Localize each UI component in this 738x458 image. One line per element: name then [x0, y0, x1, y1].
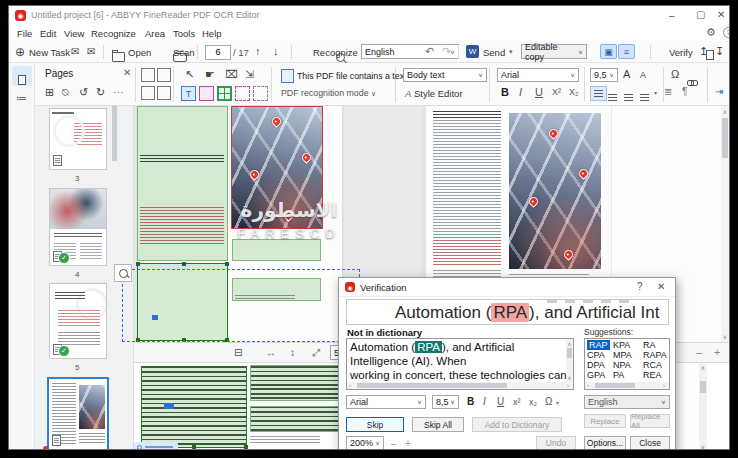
verify-button[interactable]: Verify	[669, 47, 693, 58]
recognized-text-editor[interactable]: Automation (RPA), and Artificial Intelli…	[346, 338, 574, 390]
align-right-icon[interactable]	[624, 88, 633, 106]
pdf-recognition-mode-dropdown[interactable]: PDF recognition mode ∨	[281, 88, 376, 98]
undo-button[interactable]: Undo	[536, 436, 576, 450]
previous-page-icon[interactable]: ↑	[255, 46, 261, 57]
menu-edit[interactable]: Edit	[40, 28, 56, 39]
maximize-button[interactable]: ▢	[696, 10, 705, 20]
resize-handle[interactable]	[192, 445, 196, 449]
page-number-input[interactable]: 6	[205, 45, 231, 60]
next-error-icon[interactable]: ↧	[715, 46, 724, 57]
pages-delete-icon[interactable]: ⍉	[62, 87, 69, 98]
analyze-page-icon[interactable]	[141, 86, 155, 100]
dialog-zoom-dropdown[interactable]: 200%∨	[346, 436, 384, 450]
zoom-viewport-magnifier-icon[interactable]	[114, 264, 132, 282]
font-dropdown[interactable]: Arial∨	[497, 68, 579, 82]
delete-area-icon[interactable]: ⌧	[225, 69, 238, 80]
resize-area-icon[interactable]: ⇲	[245, 69, 254, 80]
open-icon[interactable]	[112, 52, 125, 62]
text-editor-hscrollbar[interactable]: ‹ ›	[347, 382, 573, 389]
suggestion-item[interactable]: KPA	[613, 340, 630, 351]
add-page-icon[interactable]	[157, 68, 171, 82]
zoomed-text-region[interactable]	[250, 406, 339, 432]
replace-button[interactable]: Replace	[584, 414, 626, 428]
new-task-button[interactable]: New Task	[29, 47, 70, 58]
text-pane-toggle[interactable]: ≡	[618, 44, 635, 59]
text-pane-scrollbar[interactable]: ∧ ∨	[721, 106, 729, 342]
picture-area-tool-icon[interactable]	[199, 86, 214, 101]
search-icon[interactable]	[729, 76, 730, 85]
page-thumbnail-4[interactable]: ✓	[49, 188, 107, 266]
suggestion-item[interactable]: CPA	[587, 350, 605, 360]
send-to-word-icon[interactable]: W	[466, 45, 479, 58]
dialog-italic-icon[interactable]: I	[483, 397, 486, 407]
text-region[interactable]	[137, 106, 228, 261]
font-size-dropdown[interactable]: 9,5∨	[590, 68, 618, 82]
close-button[interactable]: ✕	[717, 10, 725, 20]
text-region[interactable]	[232, 239, 321, 261]
image-pane-toggle[interactable]: ▣	[600, 44, 617, 59]
dialog-subscript-icon[interactable]: x₂	[529, 398, 537, 407]
suggestions-hscrollbar[interactable]: ‹ ›	[585, 382, 669, 389]
zoomed-text-region[interactable]	[250, 365, 339, 401]
zoom-pane-scrollbar[interactable]: ∧ ∨	[699, 363, 707, 450]
zoomed-text-region[interactable]	[141, 366, 247, 448]
fit-width-icon[interactable]: ↔	[266, 348, 276, 358]
style-editor-button[interactable]: A Style Editor	[405, 88, 463, 99]
dialog-omega-caret-icon[interactable]: ▾	[556, 400, 559, 406]
suggestion-item[interactable]: MPA	[613, 350, 632, 361]
table-area-tool-icon[interactable]	[217, 86, 232, 101]
new-task-icon[interactable]: ⊕	[15, 46, 25, 58]
suggestion-item[interactable]: RAPA	[643, 350, 667, 361]
list-view-tab[interactable]: ≔	[16, 93, 27, 104]
resize-handle[interactable]	[182, 262, 186, 266]
dialog-close-icon[interactable]: ✕	[657, 282, 665, 292]
skip-button[interactable]: Skip	[346, 417, 404, 432]
line-spacing-icon[interactable]: ≣	[664, 87, 672, 97]
text-editor-vscrollbar[interactable]: ∧∨	[566, 339, 573, 382]
output-format-dropdown[interactable]: Editable copy∨	[521, 44, 587, 59]
suggestion-item[interactable]: F	[669, 340, 670, 351]
recognition-area-tool-icon[interactable]	[253, 86, 268, 101]
zoom-out-icon[interactable]: –	[696, 347, 702, 358]
read-page-icon[interactable]	[157, 86, 171, 100]
suggestion-item[interactable]: F	[669, 370, 670, 381]
align-caret-icon[interactable]: ▾	[654, 90, 657, 96]
indent-icon[interactable]: ⇥	[715, 87, 723, 97]
undo-icon[interactable]: ↶	[425, 46, 434, 57]
send-caret-icon[interactable]: ▾	[509, 48, 513, 55]
menu-file[interactable]: File	[17, 28, 32, 39]
resize-handle[interactable]	[136, 262, 140, 266]
dialog-omega-icon[interactable]: Ω	[545, 397, 552, 407]
page-thumbnail-3[interactable]	[49, 108, 107, 170]
align-center-icon[interactable]	[608, 88, 617, 106]
dialog-underline-icon[interactable]: U	[497, 397, 504, 407]
superscript-icon[interactable]: X²	[552, 88, 561, 97]
edit-image-icon[interactable]	[141, 68, 155, 82]
increase-font-icon[interactable]: A	[623, 69, 630, 80]
open-button[interactable]: Open	[128, 47, 151, 58]
minimize-button[interactable]: –	[669, 11, 675, 21]
help-icon[interactable]: ?	[723, 27, 730, 38]
dialog-zoom-in-icon[interactable]: +	[405, 439, 411, 449]
zoom-in-icon[interactable]: +	[714, 347, 720, 358]
send-button[interactable]: Send	[483, 47, 505, 58]
suggestion-item[interactable]: REA	[643, 370, 662, 381]
suggestion-item[interactable]: F	[669, 360, 670, 371]
special-character-icon[interactable]: Ω	[671, 69, 679, 80]
skip-all-button[interactable]: Skip All	[412, 417, 464, 432]
resize-handle[interactable]	[225, 262, 229, 266]
rotate-left-icon[interactable]: ↺	[79, 87, 88, 98]
options-button[interactable]: Options...	[584, 436, 626, 450]
save-image-icon[interactable]: ✉	[87, 47, 95, 57]
dialog-font-dropdown[interactable]: Arial∨	[346, 395, 426, 409]
suggestions-list[interactable]: RAP KPA RA F CPA MPA RAPA F DPA NPA RCA …	[584, 338, 670, 390]
paragraph-style-dropdown[interactable]: Body text∨	[403, 68, 487, 82]
next-page-icon[interactable]: ↓	[273, 46, 279, 57]
menu-tools[interactable]: Tools	[173, 28, 195, 39]
page-thumbnail-5[interactable]: ✓	[49, 283, 107, 359]
hyperlink-icon[interactable]	[687, 80, 697, 86]
suggestion-item[interactable]: DPA	[587, 360, 605, 370]
suggestion-item-selected[interactable]: RAP	[587, 340, 610, 350]
suggestion-item[interactable]: NPA	[613, 360, 631, 371]
suggestion-item[interactable]: GPA	[587, 370, 605, 380]
